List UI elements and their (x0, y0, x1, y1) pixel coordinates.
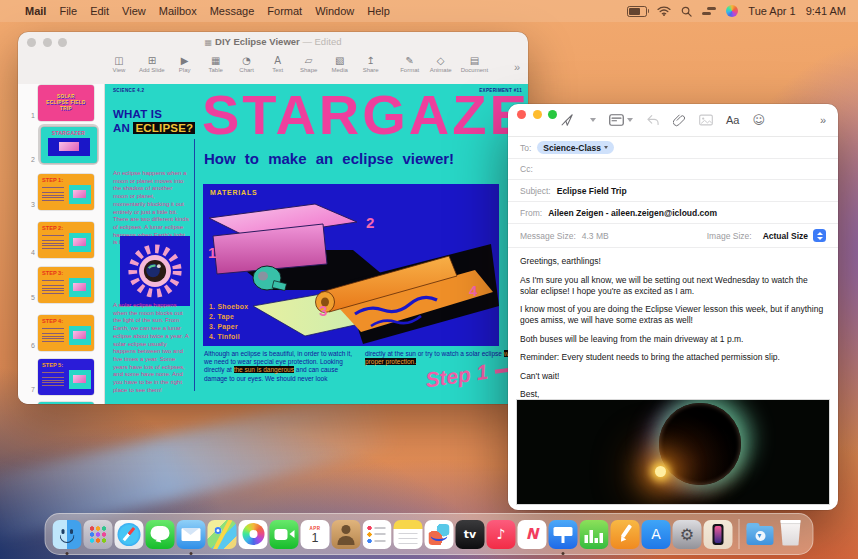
zoom-icon[interactable] (548, 110, 557, 119)
sun-eye-icon (126, 242, 184, 300)
menu-format[interactable]: Format (267, 5, 302, 17)
format-button[interactable]: Aa (726, 114, 739, 126)
dock-finder[interactable] (53, 520, 82, 549)
notes-icon (394, 520, 423, 549)
document-button[interactable]: ▤Document (461, 55, 488, 73)
share-button[interactable]: ↥Share (360, 55, 382, 73)
dock-system-settings[interactable]: ⚙ (673, 520, 702, 549)
dock-safari[interactable] (115, 520, 144, 549)
slide-thumb-1[interactable]: 1 SOLAR ECLIPSE FIELD TRIP (18, 85, 104, 121)
warning-text-left: Although an eclipse is beautiful, in ord… (204, 350, 356, 383)
shape-button[interactable]: ▱Shape (298, 55, 320, 73)
dock-maps[interactable] (208, 520, 237, 549)
messages-icon (146, 520, 175, 549)
header-fields-button[interactable] (609, 114, 633, 126)
play-button[interactable]: ▶Play (174, 55, 196, 73)
menu-help[interactable]: Help (367, 5, 390, 17)
close-icon[interactable] (517, 110, 526, 119)
dock-messages[interactable] (146, 520, 175, 549)
sun-eye-illustration (120, 236, 190, 306)
attach-button[interactable] (673, 113, 686, 127)
toolbar-overflow-button[interactable]: » (514, 55, 520, 73)
view-button[interactable]: ◫View (108, 55, 130, 73)
dock-music[interactable]: ♪ (487, 520, 516, 549)
subject-label: Subject: (520, 186, 551, 196)
send-options-chevron[interactable] (590, 118, 596, 122)
slide-thumb-4[interactable]: 4 STEP 2: (18, 222, 104, 258)
dock-facetime[interactable] (270, 520, 299, 549)
send-button[interactable] (560, 113, 574, 127)
wifi-icon[interactable] (657, 6, 671, 16)
dock-reminders[interactable] (363, 520, 392, 549)
eclipse-flare (655, 466, 666, 477)
to-recipient-token[interactable]: Science-Class (537, 141, 614, 154)
dock-launchpad[interactable] (84, 520, 113, 549)
emoji-button[interactable]: ☺ (752, 113, 765, 127)
to-label: To: (520, 143, 531, 153)
subject-field[interactable]: Subject: Eclipse Field Trip (508, 180, 838, 202)
dock-downloads[interactable] (746, 520, 775, 549)
menu-view[interactable]: View (122, 5, 146, 17)
dock-photos[interactable] (239, 520, 268, 549)
add-slide-button[interactable]: ⊞Add Slide (139, 55, 165, 73)
dock-mail[interactable] (177, 520, 206, 549)
slide-thumb-8[interactable]: 8 DID YOU KNOW (18, 402, 104, 404)
menu-date[interactable]: Tue Apr 1 (748, 5, 795, 17)
eclipse-photo-attachment[interactable] (516, 399, 830, 505)
menu-mailbox[interactable]: Mailbox (159, 5, 197, 17)
dock-contacts[interactable] (332, 520, 361, 549)
from-field[interactable]: From: Aileen Zeigen - aileen.zeigen@iclo… (508, 202, 838, 224)
animate-button[interactable]: ◇Animate (430, 55, 452, 73)
share-icon: ↥ (366, 55, 374, 67)
slide-divider-line (194, 139, 195, 391)
battery-icon[interactable] (627, 6, 647, 17)
slide-thumb-7[interactable]: 7 STEP 5: (18, 359, 104, 395)
dock-trash[interactable] (777, 520, 806, 549)
menu-app-name[interactable]: Mail (25, 5, 46, 17)
mail-traffic-lights[interactable] (517, 110, 557, 119)
dock-freeform[interactable] (425, 520, 454, 549)
dock-tv[interactable]: tv (456, 520, 485, 549)
menu-file[interactable]: File (59, 5, 77, 17)
insert-photo-button[interactable] (699, 114, 713, 126)
format-button[interactable]: ✎Format (399, 55, 421, 73)
menu-message[interactable]: Message (210, 5, 255, 17)
dock-numbers[interactable] (580, 520, 609, 549)
table-button[interactable]: ▦Table (205, 55, 227, 73)
keynote-titlebar[interactable]: ▦DIY Eclipse Viewer — Edited (18, 32, 528, 53)
dock-pages[interactable] (611, 520, 640, 549)
menu-window[interactable]: Window (315, 5, 354, 17)
chart-button[interactable]: ◔Chart (236, 55, 258, 73)
search-icon[interactable] (681, 6, 692, 17)
message-body[interactable]: Greetings, earthlings! As I'm sure you a… (508, 248, 838, 411)
slide-thumb-2-selected[interactable]: 2 STARGAZER (18, 124, 104, 165)
to-field[interactable]: To: Science-Class (508, 137, 838, 159)
cc-field[interactable]: Cc: (508, 159, 838, 180)
menu-time[interactable]: 9:41 AM (806, 5, 846, 17)
menu-edit[interactable]: Edit (90, 5, 109, 17)
image-size-dropdown[interactable] (813, 229, 826, 242)
slide-thumb-3[interactable]: 3 STEP 1: (18, 174, 104, 210)
eclipse-moon (659, 403, 741, 485)
dock-notes[interactable] (394, 520, 423, 549)
color-app-icon[interactable] (726, 5, 738, 17)
media-button[interactable]: ▧Media (329, 55, 351, 73)
text-button[interactable]: AText (267, 55, 289, 73)
control-center-icon[interactable] (702, 7, 716, 16)
slide-canvas[interactable]: SCIENCE 4.2 EXPERIMENT #11 WHAT IS AN EC… (105, 84, 528, 404)
image-size-value: Actual Size (763, 231, 808, 241)
dock-keynote[interactable] (549, 520, 578, 549)
contacts-icon (332, 520, 361, 549)
slide-thumb-5[interactable]: 5 STEP 3: (18, 267, 104, 303)
dock-app-store[interactable]: A (642, 520, 671, 549)
dock-news[interactable]: N (518, 520, 547, 549)
download-arrow-icon (755, 531, 765, 541)
numbers-icon (580, 520, 609, 549)
minimize-icon[interactable] (533, 110, 542, 119)
dock-calendar[interactable]: APR1 (301, 520, 330, 549)
slide-thumb-6[interactable]: 6 STEP 4: (18, 315, 104, 351)
app-store-icon: A (642, 520, 671, 549)
reply-button[interactable] (646, 114, 660, 126)
mail-toolbar-overflow[interactable]: » (820, 114, 826, 126)
dock-iphone-mirroring[interactable] (704, 520, 733, 549)
